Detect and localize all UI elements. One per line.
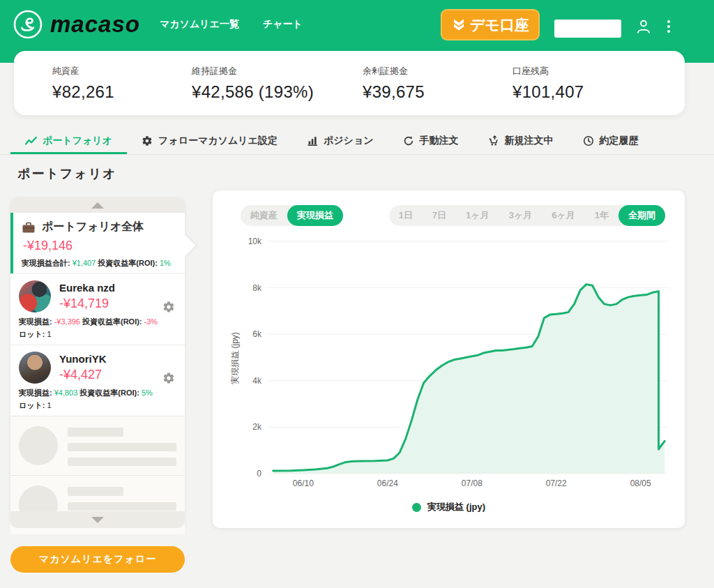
range-6m[interactable]: 6ヶ月	[542, 205, 585, 226]
stat-label: 口座残高	[512, 65, 584, 77]
svg-text:06/24: 06/24	[377, 478, 398, 488]
gear-icon	[142, 135, 153, 146]
tab-label: 手動注文	[420, 135, 459, 147]
svg-text:6k: 6k	[252, 329, 262, 339]
scroll-up-control[interactable]	[10, 197, 185, 213]
svg-text:4k: 4k	[252, 376, 262, 386]
tab-label: 約定履歴	[600, 135, 639, 147]
stat-value: ¥82,261	[52, 82, 114, 102]
stat-maintenance-margin: 維持証拠金 ¥42,586 (193%)	[192, 65, 314, 102]
stat-value: ¥101,407	[512, 82, 584, 102]
toggle-net-assets[interactable]: 純資産	[241, 205, 287, 226]
beginner-mark-icon	[451, 17, 466, 33]
follow-sommelier-button[interactable]: マカソムリエをフォロー	[10, 546, 185, 573]
range-all[interactable]: 全期間	[618, 205, 665, 226]
summary-stat-label: 投資収益率(ROI):	[98, 258, 158, 269]
range-1m[interactable]: 1ヶ月	[456, 205, 499, 226]
range-toggle-group: 1日 7日 1ヶ月 3ヶ月 6ヶ月 1年 全期間	[389, 205, 665, 226]
triangle-up-icon	[91, 202, 104, 209]
range-7d[interactable]: 7日	[423, 205, 456, 226]
summary-stat-value: 1%	[160, 259, 171, 267]
stat-free-margin: 余剰証拠金 ¥39,675	[363, 65, 425, 102]
brand-name: macaso	[50, 11, 140, 38]
item-stat-label: ロット:	[19, 400, 45, 411]
range-1d[interactable]: 1日	[389, 205, 423, 226]
avatar	[19, 352, 51, 384]
legend-dot-icon	[412, 503, 421, 512]
item-settings-gear-icon[interactable]	[162, 301, 175, 313]
portfolio-summary-card[interactable]: ポートフォリオ全体 -¥19,146 実現損益合計: ¥1,407 投資収益率(…	[10, 213, 185, 273]
nav-chart[interactable]: チャート	[263, 18, 303, 31]
cart-icon	[488, 135, 499, 146]
sommelier-total: -¥4,427	[59, 368, 107, 382]
refresh-icon	[403, 135, 414, 146]
tab-manual-order[interactable]: 手動注文	[388, 130, 473, 154]
sommelier-name: Eureka nzd	[59, 282, 115, 294]
stat-value: ¥39,675	[363, 82, 425, 102]
svg-text:07/22: 07/22	[546, 478, 567, 488]
svg-text:0: 0	[257, 469, 261, 478]
demo-account-badge[interactable]: デモ口座	[441, 9, 540, 40]
tab-new-orders[interactable]: 新規注文中	[473, 130, 568, 154]
username-redacted[interactable]	[554, 20, 621, 38]
stat-label: 維持証拠金	[192, 65, 314, 77]
briefcase-icon	[22, 221, 36, 234]
sommelier-item-yunoriyk[interactable]: YunoriYK -¥4,427 実現損益: ¥4,803 投資収益率(ROI)…	[10, 345, 185, 416]
stat-account-balance: 口座残高 ¥101,407	[512, 65, 584, 102]
portfolio-panel: ポートフォリオ全体 -¥19,146 実現損益合計: ¥1,407 投資収益率(…	[10, 197, 185, 528]
toggle-realized-pl[interactable]: 実現損益	[287, 205, 343, 226]
main-tabbar: ポートフォリオ フォローマカソムリエ設定 ポジション 手動注文 新規注文中 約定…	[0, 130, 714, 155]
svg-text:10k: 10k	[248, 236, 262, 246]
item-stat-label: ロット:	[19, 329, 45, 340]
tab-portfolio[interactable]: ポートフォリオ	[10, 130, 127, 154]
stat-net-assets: 純資産 ¥82,261	[52, 65, 114, 102]
item-stat-label: 実現損益:	[19, 317, 52, 327]
macaso-bird-icon	[13, 9, 43, 40]
item-stat-value: 1	[47, 330, 51, 338]
realized-pl-area-chart: 02k4k6k8k10k06/1006/2407/0807/2208/05	[213, 190, 685, 528]
stat-label: 純資産	[52, 65, 114, 77]
tab-label: ポジション	[324, 135, 374, 147]
skeleton-avatar	[19, 426, 58, 465]
more-menu-icon[interactable]	[664, 18, 674, 35]
avatar	[19, 280, 51, 312]
svg-text:08/05: 08/05	[630, 478, 651, 488]
tab-label: ポートフォリオ	[43, 135, 112, 147]
item-settings-gear-icon[interactable]	[162, 372, 175, 384]
item-stat-value: -3%	[144, 317, 158, 326]
tab-positions[interactable]: ポジション	[292, 130, 388, 154]
range-1y[interactable]: 1年	[585, 205, 618, 226]
metric-toggle-group: 純資産 実現損益	[241, 205, 343, 226]
svg-text:2k: 2k	[252, 422, 262, 432]
svg-text:07/08: 07/08	[462, 478, 483, 488]
demo-account-label: デモ口座	[470, 15, 529, 35]
nav-sommelier-list[interactable]: マカソムリエ一覧	[160, 18, 239, 31]
tab-label: 新規注文中	[505, 135, 554, 147]
triangle-down-icon	[91, 517, 104, 523]
tab-follow-sommelier-settings[interactable]: フォローマカソムリエ設定	[127, 130, 292, 154]
svg-text:8k: 8k	[252, 283, 262, 293]
portfolio-summary-total: -¥19,146	[23, 239, 178, 253]
y-axis-title: 実現損益 (jpy)	[229, 313, 241, 404]
sommelier-item-eureka[interactable]: Eureka nzd -¥14,719 実現損益: -¥3,396 投資収益率(…	[10, 273, 185, 345]
legend-label: 実現損益 (jpy)	[427, 501, 485, 513]
svg-text:06/10: 06/10	[293, 478, 314, 488]
header-nav: マカソムリエ一覧 チャート	[160, 18, 303, 31]
item-stat-value: -¥3,396	[54, 317, 80, 326]
account-stats-card: 純資産 ¥82,261 維持証拠金 ¥42,586 (193%) 余剰証拠金 ¥…	[14, 51, 685, 115]
sommelier-total: -¥14,719	[59, 296, 115, 311]
page-title: ポートフォリオ	[17, 165, 117, 182]
range-3m[interactable]: 3ヶ月	[499, 205, 542, 226]
item-stat-label: 投資収益率(ROI):	[82, 317, 142, 327]
item-stat-label: 投資収益率(ROI):	[79, 388, 139, 398]
tab-execution-history[interactable]: 約定履歴	[568, 130, 653, 154]
item-stat-value: 5%	[142, 389, 153, 397]
user-profile-icon[interactable]	[635, 17, 653, 36]
summary-stat-value: ¥1,407	[73, 259, 96, 267]
item-stat-value: 1	[47, 401, 51, 409]
item-stat-label: 実現損益:	[19, 388, 52, 398]
brand-logo[interactable]: macaso	[13, 9, 140, 40]
scroll-down-control[interactable]	[10, 511, 185, 528]
bar-chart-icon	[307, 135, 318, 146]
sommelier-name: YunoriYK	[59, 353, 107, 365]
